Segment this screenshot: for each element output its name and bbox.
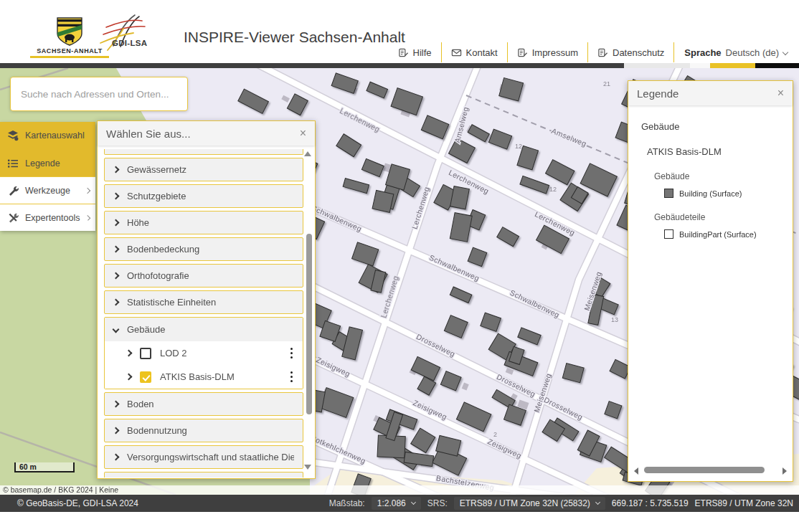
scale-select[interactable]: 1:2.086 bbox=[372, 497, 421, 510]
scale-value: 1:2.086 bbox=[377, 498, 406, 508]
gdi-lsa-logo-icon bbox=[92, 13, 158, 54]
legend-panel: Legende × Gebäude ATKIS Basis-DLM Gebäud… bbox=[628, 80, 793, 482]
sidebar-item-legende[interactable]: Legende bbox=[0, 149, 95, 176]
mouse-coordinates: 669.187 : 5.735.519 bbox=[612, 498, 689, 508]
map-scalebar: 60 m bbox=[14, 462, 75, 472]
layer-item-LOD 2[interactable]: LOD 2 bbox=[105, 341, 303, 365]
layer-group-Bodennutzung[interactable]: Bodennutzung bbox=[104, 419, 303, 442]
layer-group-label: Schutzgebiete bbox=[127, 191, 294, 201]
chevron-right-icon bbox=[113, 401, 120, 408]
layer-item-label: ATKIS Basis-DLM bbox=[160, 371, 278, 382]
layer-group-Gewässernetz[interactable]: Gewässernetz bbox=[104, 158, 303, 181]
chevron-down-icon bbox=[113, 326, 120, 333]
scale-label: Maßstab: bbox=[329, 498, 365, 508]
header-bottom-strip bbox=[0, 63, 799, 68]
language-value: Deutsch (de) bbox=[726, 47, 779, 58]
nav-hilfe[interactable]: Hilfe bbox=[389, 42, 441, 63]
sidebar-item-expertentools[interactable]: Expertentools bbox=[0, 204, 95, 231]
legend-entry-label: BuildingPart (Surface) bbox=[679, 230, 757, 239]
layer-group-label: Boden bbox=[127, 399, 294, 409]
layer-group-Statistische Einheiten[interactable]: Statistische Einheiten bbox=[104, 290, 303, 314]
strip-segment bbox=[0, 63, 624, 68]
nav-label: Hilfe bbox=[413, 47, 432, 58]
layer-group-Schutzgebiete[interactable]: Schutzgebiete bbox=[104, 184, 303, 208]
layer-group-label: Orthofotografie bbox=[127, 270, 294, 281]
scroll-down-icon[interactable] bbox=[304, 465, 311, 470]
house-number: 21 bbox=[603, 80, 610, 87]
statusbar-copyright: © GeoBasis-DE, GDI-LSA 2024 bbox=[17, 498, 138, 508]
app-header: SACHSEN-ANHALT GDI-LSA INSPIRE-Viewer Sa… bbox=[0, 0, 799, 63]
nav-impressum[interactable]: Impressum bbox=[508, 42, 587, 63]
chevron-down-icon bbox=[595, 500, 600, 505]
status-bar: © GeoBasis-DE, GDI-LSA 2024 Maßstab: 1:2… bbox=[0, 495, 799, 512]
legend-entry: BuildingPart (Surface) bbox=[664, 229, 793, 239]
horizontal-scrollbar-thumb[interactable] bbox=[644, 467, 765, 473]
strip-segment bbox=[690, 63, 710, 68]
chevron-right-icon bbox=[113, 246, 120, 253]
gdi-logo-label: GDI-LSA bbox=[112, 39, 147, 47]
imprint-icon bbox=[517, 47, 528, 58]
gdi-lsa-logo[interactable]: GDI-LSA bbox=[92, 13, 158, 57]
srs-select[interactable]: ETRS89 / UTM Zone 32N (25832) bbox=[454, 497, 605, 510]
sidebar-item-label: Expertentools bbox=[25, 213, 80, 223]
sidebar-item-label: Werkzeuge bbox=[25, 186, 79, 196]
coat-of-arms-icon bbox=[56, 17, 83, 46]
strip-segment bbox=[624, 63, 690, 68]
layer-group-Bodenbedeckung[interactable]: Bodenbedeckung bbox=[104, 237, 303, 261]
expert-tools-icon bbox=[7, 212, 19, 224]
help-icon bbox=[398, 47, 409, 58]
legend-panel-title: Legende bbox=[637, 87, 777, 100]
layer-select-panel: Wählen Sie aus... × GewässernetzSchutzge… bbox=[97, 120, 316, 479]
legend-entry-label: Building (Surface) bbox=[679, 189, 742, 198]
nav-datenschutz[interactable]: Datenschutz bbox=[588, 42, 673, 63]
sidebar-item-label: Legende bbox=[25, 158, 90, 168]
chevron-down-icon bbox=[411, 500, 416, 505]
layer-row-partial bbox=[104, 149, 303, 155]
nav-kontakt[interactable]: Kontakt bbox=[442, 42, 507, 63]
layer-list: GewässernetzSchutzgebieteHöheBodenbedeck… bbox=[98, 146, 315, 480]
legend-horizontal-scrollbar bbox=[628, 465, 793, 475]
layer-panel-header: Wählen Sie aus... × bbox=[98, 121, 315, 146]
close-icon[interactable]: × bbox=[300, 128, 306, 139]
layer-group-Versorgungswirtschaft und staatliche Dienste[interactable]: Versorgungswirtschaft und staatliche Die… bbox=[104, 445, 303, 469]
sidebar-item-werkzeuge[interactable]: Werkzeuge bbox=[0, 176, 95, 204]
page-title: INSPIRE-Viewer Sachsen-Anhalt bbox=[184, 29, 405, 46]
scroll-right-icon[interactable] bbox=[783, 467, 787, 475]
legend-entry: Building (Surface) bbox=[664, 189, 793, 198]
layer-options-icon[interactable] bbox=[286, 346, 297, 361]
chevron-right-icon bbox=[113, 193, 120, 200]
layer-group-Höhe[interactable]: Höhe bbox=[104, 211, 303, 234]
layer-group-label: Versorgungswirtschaft und staatliche Die… bbox=[127, 452, 294, 462]
sidebar-item-kartenauswahl[interactable]: Kartenauswahl bbox=[0, 122, 95, 149]
house-number: 12 bbox=[549, 186, 557, 193]
contact-icon bbox=[451, 47, 462, 58]
chevron-right-icon bbox=[113, 272, 120, 280]
srs-value: ETRS89 / UTM Zone 32N (25832) bbox=[460, 498, 590, 508]
close-icon[interactable]: × bbox=[777, 87, 784, 99]
layer-checkbox[interactable] bbox=[140, 371, 151, 383]
layer-group-label: Gebäude bbox=[127, 324, 294, 335]
header-nav: HilfeKontaktImpressumDatenschutzSpracheD… bbox=[389, 42, 792, 63]
nav-label: Datenschutz bbox=[613, 47, 664, 58]
layer-group-label: Statistische Einheiten bbox=[127, 297, 294, 308]
strip-segment bbox=[710, 63, 755, 68]
scroll-up-icon[interactable] bbox=[304, 151, 311, 156]
scroll-left-icon[interactable] bbox=[634, 467, 638, 475]
legend-swatch bbox=[664, 229, 673, 239]
legend-section-label: Gebäude bbox=[654, 171, 793, 181]
chevron-right-icon bbox=[113, 219, 120, 227]
layer-item-ATKIS Basis-DLM[interactable]: ATKIS Basis-DLM bbox=[105, 365, 303, 389]
privacy-icon bbox=[597, 47, 608, 58]
search-input[interactable] bbox=[11, 77, 187, 110]
layer-group-Gebäude[interactable]: Gebäude bbox=[105, 318, 303, 341]
legend-layer-heading: ATKIS Basis-DLM bbox=[647, 146, 793, 157]
vertical-scrollbar-thumb[interactable] bbox=[306, 234, 312, 414]
language-switch[interactable]: SpracheDeutsch (de) bbox=[674, 42, 792, 63]
chevron-right-icon bbox=[113, 454, 120, 461]
layer-group-label: Höhe bbox=[127, 217, 294, 228]
layer-options-icon[interactable] bbox=[286, 369, 297, 384]
layer-group-Orthofotografie[interactable]: Orthofotografie bbox=[104, 264, 303, 288]
layer-item-label: LOD 2 bbox=[160, 348, 278, 358]
layer-checkbox[interactable] bbox=[140, 348, 151, 359]
layer-group-Boden[interactable]: Boden bbox=[104, 392, 303, 416]
